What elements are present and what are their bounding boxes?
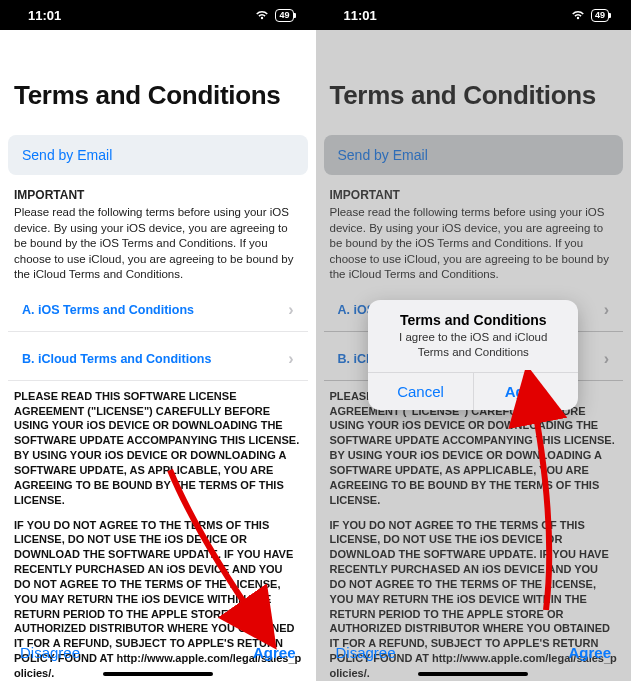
bottom-toolbar: Disagree Agree: [0, 644, 316, 661]
send-by-email-button[interactable]: Send by Email: [8, 135, 308, 175]
chevron-right-icon: ›: [604, 301, 609, 319]
important-section: IMPORTANT Please read the following term…: [316, 187, 632, 283]
agree-button[interactable]: Agree: [568, 644, 611, 661]
status-bar: 11:01 49: [316, 0, 632, 30]
important-text: Please read the following terms before u…: [14, 205, 302, 283]
screen-body: Terms and Conditions Send by Email IMPOR…: [0, 30, 316, 681]
battery-icon: 49: [275, 9, 293, 22]
alert-agree-button[interactable]: Agree: [474, 373, 579, 410]
status-bar: 11:01 49: [0, 0, 316, 30]
chevron-right-icon: ›: [604, 350, 609, 368]
bottom-toolbar: Disagree Agree: [316, 644, 632, 661]
alert-title: Terms and Conditions: [368, 300, 578, 330]
disagree-button[interactable]: Disagree: [336, 644, 396, 661]
important-heading: IMPORTANT: [14, 187, 302, 203]
phone-right: 11:01 49 Terms and Conditions Send by Em…: [316, 0, 632, 681]
icloud-terms-label: B. iCloud Terms and Conditions: [22, 352, 211, 366]
battery-icon: 49: [591, 9, 609, 22]
page-title: Terms and Conditions: [316, 30, 632, 135]
wifi-icon: [255, 10, 269, 20]
license-text: PLEASE READ THIS SOFTWARE LICENSE AGREEM…: [316, 381, 632, 681]
wifi-icon: [571, 10, 585, 20]
important-text: Please read the following terms before u…: [330, 205, 618, 283]
ios-terms-link[interactable]: A. iOS Terms and Conditions ›: [8, 289, 308, 332]
alert-cancel-button[interactable]: Cancel: [368, 373, 474, 410]
phone-left: 11:01 49 Terms and Conditions Send by Em…: [0, 0, 316, 681]
home-indicator: [103, 672, 213, 676]
important-section: IMPORTANT Please read the following term…: [0, 187, 316, 283]
alert-message: I agree to the iOS and iCloud Terms and …: [368, 330, 578, 372]
agree-button[interactable]: Agree: [253, 644, 296, 661]
icloud-terms-link[interactable]: B. iCloud Terms and Conditions ›: [8, 338, 308, 381]
home-indicator: [418, 672, 528, 676]
chevron-right-icon: ›: [288, 301, 293, 319]
chevron-right-icon: ›: [288, 350, 293, 368]
terms-alert: Terms and Conditions I agree to the iOS …: [368, 300, 578, 410]
license-p1: PLEASE READ THIS SOFTWARE LICENSE AGREEM…: [14, 389, 302, 508]
important-heading: IMPORTANT: [330, 187, 618, 203]
send-by-email-button[interactable]: Send by Email: [324, 135, 624, 175]
license-text: PLEASE READ THIS SOFTWARE LICENSE AGREEM…: [0, 381, 316, 681]
status-time: 11:01: [344, 8, 377, 23]
ios-terms-label: A. iOS Terms and Conditions: [22, 303, 194, 317]
page-title: Terms and Conditions: [0, 30, 316, 135]
disagree-button[interactable]: Disagree: [20, 644, 80, 661]
status-time: 11:01: [28, 8, 61, 23]
